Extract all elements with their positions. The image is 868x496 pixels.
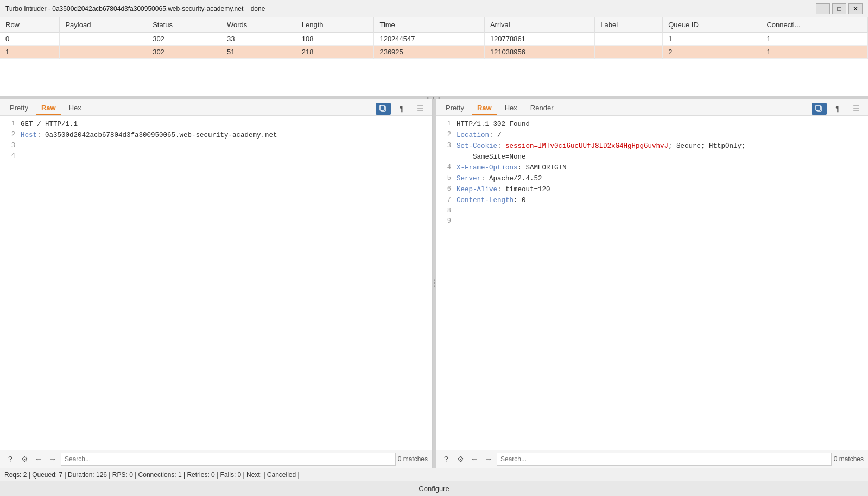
line-content: Location: / — [457, 130, 502, 141]
minimize-button[interactable]: — — [816, 3, 830, 14]
right-code-line: 8 — [436, 206, 868, 216]
left-code-line: 4 — [0, 151, 432, 161]
col-arrival: Arrival — [484, 17, 594, 33]
right-code-line: 4X-Frame-Options: SAMEORIGIN — [436, 162, 868, 173]
right-panel: Pretty Raw Hex Render ¶ ☰ 1HTTP/1.1 302 … — [436, 99, 868, 468]
table-cell-payload — [60, 33, 147, 46]
configure-label: Configure — [419, 485, 449, 493]
line-content: Set-Cookie: session=IMTv0ci6ucUUfJ8ID2xG… — [457, 141, 746, 162]
left-help-btn[interactable]: ? — [4, 453, 16, 465]
table-cell-words: 33 — [221, 33, 296, 46]
table-cell-connection: 1 — [761, 46, 868, 59]
line-content: Content-Length: 0 — [457, 195, 526, 206]
line-number: 6 — [440, 184, 451, 194]
table-row[interactable]: 03023310812024454712077886111 — [0, 33, 868, 46]
status-text: Reqs: 2 | Queued: 7 | Duration: 126 | RP… — [4, 471, 300, 479]
table-row[interactable]: 13025121823692512103895621 — [0, 46, 868, 59]
left-settings-btn[interactable]: ⚙ — [18, 453, 30, 465]
left-next-btn[interactable]: → — [47, 453, 59, 465]
right-next-btn[interactable]: → — [483, 453, 495, 465]
line-content: GET / HTTP/1.1 — [21, 119, 78, 130]
title-bar: Turbo Intruder - 0a3500d2042acb67804d3fa… — [0, 0, 868, 17]
left-panel-tabs: Pretty Raw Hex ¶ ☰ — [0, 99, 432, 116]
left-copy-icon-btn[interactable] — [376, 103, 391, 115]
right-code-line: 6Keep-Alive: timeout=120 — [436, 184, 868, 195]
right-code-area: 1HTTP/1.1 302 Found2Location: /3Set-Cook… — [436, 116, 868, 450]
title-bar-text: Turbo Intruder - 0a3500d2042acb67804d3fa… — [5, 5, 816, 12]
col-length: Length — [296, 17, 374, 33]
table-cell-status: 302 — [147, 46, 221, 59]
svg-rect-3 — [816, 105, 820, 110]
configure-bar[interactable]: Configure — [0, 481, 868, 496]
table-cell-payload — [60, 46, 147, 59]
left-search-bar: ? ⚙ ← → 0 matches — [0, 450, 432, 468]
window-controls: — □ ✕ — [816, 3, 863, 14]
line-content: Keep-Alive: timeout=120 — [457, 184, 550, 195]
right-code-line: 7Content-Length: 0 — [436, 195, 868, 206]
left-prev-btn[interactable]: ← — [33, 453, 45, 465]
right-tab-raw[interactable]: Raw — [472, 102, 497, 115]
left-search-input[interactable] — [61, 453, 396, 466]
line-content: Server: Apache/2.4.52 — [457, 173, 542, 184]
table-cell-connection: 1 — [761, 33, 868, 46]
left-code-area: 1GET / HTTP/1.12Host: 0a3500d2042acb6780… — [0, 116, 432, 450]
line-number: 4 — [4, 151, 15, 161]
line-number: 8 — [440, 206, 451, 216]
right-code-line: 2Location: / — [436, 130, 868, 141]
right-newline-btn[interactable]: ¶ — [830, 103, 845, 115]
col-row: Row — [0, 17, 60, 33]
table-cell-queue_id: 1 — [663, 33, 761, 46]
col-connection: Connecti... — [761, 17, 868, 33]
line-content: X-Frame-Options: SAMEORIGIN — [457, 162, 567, 173]
right-code-line: 5Server: Apache/2.4.52 — [436, 173, 868, 184]
left-code-line: 2Host: 0a3500d2042acb67804d3fa300950065.… — [0, 130, 432, 141]
left-tab-raw[interactable]: Raw — [36, 102, 61, 115]
table-cell-arrival: 120778861 — [484, 33, 594, 46]
right-menu-btn[interactable]: ☰ — [848, 103, 864, 115]
right-tab-hex[interactable]: Hex — [499, 102, 523, 115]
right-copy-icon-btn[interactable] — [812, 103, 827, 115]
table-cell-label — [595, 46, 663, 59]
right-settings-btn[interactable]: ⚙ — [454, 453, 466, 465]
right-code-line: 3Set-Cookie: session=IMTv0ci6ucUUfJ8ID2x… — [436, 141, 868, 162]
table-cell-row: 1 — [0, 46, 60, 59]
line-number: 3 — [4, 141, 15, 151]
results-table: Row Payload Status Words Length Time Arr… — [0, 17, 868, 59]
left-newline-btn[interactable]: ¶ — [394, 103, 409, 115]
left-menu-btn[interactable]: ☰ — [413, 103, 428, 115]
line-number: 9 — [440, 216, 451, 227]
table-cell-arrival: 121038956 — [484, 46, 594, 59]
close-button[interactable]: ✕ — [848, 3, 863, 14]
left-panel: Pretty Raw Hex ¶ ☰ 1GET / HTTP/1.12Host:… — [0, 99, 433, 468]
table-cell-row: 0 — [0, 33, 60, 46]
right-prev-btn[interactable]: ← — [468, 453, 480, 465]
line-number: 1 — [440, 119, 451, 129]
right-tab-pretty[interactable]: Pretty — [440, 102, 470, 115]
results-table-area: Row Payload Status Words Length Time Arr… — [0, 17, 868, 96]
table-cell-queue_id: 2 — [663, 46, 761, 59]
right-search-input[interactable] — [497, 453, 832, 466]
right-search-matches: 0 matches — [834, 455, 864, 463]
right-tab-render[interactable]: Render — [525, 102, 559, 115]
table-cell-length: 108 — [296, 33, 374, 46]
line-content: HTTP/1.1 302 Found — [457, 119, 530, 130]
line-number: 2 — [440, 130, 451, 140]
col-time: Time — [374, 17, 484, 33]
line-number: 2 — [4, 130, 15, 140]
col-status: Status — [147, 17, 221, 33]
table-cell-status: 302 — [147, 33, 221, 46]
left-code-line: 3 — [0, 141, 432, 151]
table-cell-words: 51 — [221, 46, 296, 59]
right-code-line: 9 — [436, 216, 868, 227]
right-help-btn[interactable]: ? — [440, 453, 452, 465]
maximize-button[interactable]: □ — [832, 3, 846, 14]
line-content: Host: 0a3500d2042acb67804d3fa300950065.w… — [21, 130, 277, 141]
left-tab-hex[interactable]: Hex — [64, 102, 87, 115]
left-tab-pretty[interactable]: Pretty — [4, 102, 34, 115]
left-search-matches: 0 matches — [398, 455, 428, 463]
col-words: Words — [221, 17, 296, 33]
table-header-row: Row Payload Status Words Length Time Arr… — [0, 17, 868, 33]
right-search-bar: ? ⚙ ← → 0 matches — [436, 450, 868, 468]
right-panel-tabs: Pretty Raw Hex Render ¶ ☰ — [436, 99, 868, 116]
line-number: 3 — [440, 141, 451, 151]
